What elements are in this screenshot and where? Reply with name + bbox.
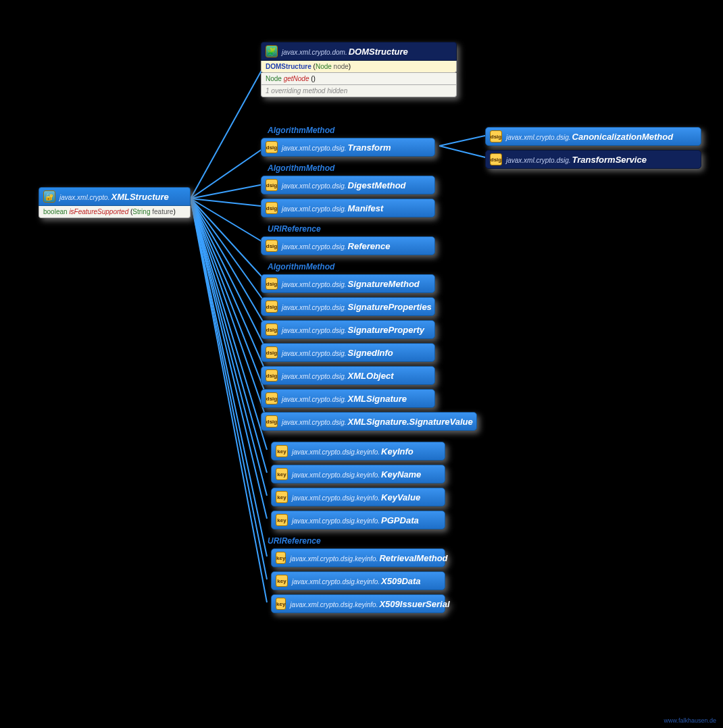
package-icon xyxy=(266,179,278,191)
group-label: URIReference xyxy=(268,224,321,234)
method-isfeaturesupported: boolean isFeatureSupported (String featu… xyxy=(39,206,191,218)
svg-line-4 xyxy=(191,199,267,244)
package-icon xyxy=(490,130,502,142)
svg-line-12 xyxy=(191,199,267,450)
svg-line-6 xyxy=(191,199,267,305)
package-icon xyxy=(490,153,502,165)
svg-line-0 xyxy=(191,61,267,199)
svg-line-5 xyxy=(191,199,267,282)
constructor-row: DOMStructure (Node node) xyxy=(261,61,457,73)
watermark: www.falkhausen.de xyxy=(664,717,716,724)
svg-line-13 xyxy=(191,199,267,473)
package-icon xyxy=(266,415,278,427)
package-icon xyxy=(266,392,278,405)
package-icon xyxy=(266,45,278,57)
class-signedinfo[interactable]: javax.xml.crypto.dsig.SignedInfo xyxy=(261,343,435,362)
svg-line-16 xyxy=(191,199,267,556)
group-label: URIReference xyxy=(268,536,321,546)
class-canonicalizationmethod[interactable]: javax.xml.crypto.dsig.CanonicalizationMe… xyxy=(485,127,701,146)
svg-line-14 xyxy=(191,199,267,496)
package-icon xyxy=(266,202,278,214)
method-getnode: Node getNode () xyxy=(261,73,457,85)
package-icon xyxy=(266,346,278,359)
class-digestmethod[interactable]: javax.xml.crypto.dsig.DigestMethod xyxy=(261,176,435,194)
class-transformservice[interactable]: javax.xml.crypto.dsig.TransformService xyxy=(485,150,701,169)
class-signatureproperty[interactable]: javax.xml.crypto.dsig.SignatureProperty xyxy=(261,320,435,339)
package-icon xyxy=(276,552,286,564)
class-pgpdata[interactable]: javax.xml.crypto.dsig.keyinfo.PGPData xyxy=(271,511,445,529)
class-xmlsignature-signaturevalue[interactable]: javax.xml.crypto.dsig.XMLSignature.Signa… xyxy=(261,412,477,431)
hidden-methods-note: 1 overriding method hidden xyxy=(261,85,457,97)
package-icon xyxy=(276,598,286,610)
package-icon xyxy=(266,323,278,336)
svg-line-9 xyxy=(191,199,267,374)
svg-line-19 xyxy=(439,135,488,146)
class-x509issuerserial[interactable]: javax.xml.crypto.dsig.keyinfo.X509Issuer… xyxy=(271,594,445,613)
class-keyinfo[interactable]: javax.xml.crypto.dsig.keyinfo.KeyInfo xyxy=(271,442,445,461)
class-xmlobject[interactable]: javax.xml.crypto.dsig.XMLObject xyxy=(261,366,435,385)
svg-line-11 xyxy=(191,199,267,420)
package-icon xyxy=(276,575,288,587)
class-keyname[interactable]: javax.xml.crypto.dsig.keyinfo.KeyName xyxy=(271,465,445,484)
package-icon xyxy=(266,278,278,290)
svg-line-2 xyxy=(191,184,267,199)
package-icon xyxy=(43,190,55,203)
group-label: AlgorithmMethod xyxy=(268,163,334,173)
svg-line-7 xyxy=(191,199,267,328)
package-icon xyxy=(266,240,278,252)
group-label: AlgorithmMethod xyxy=(268,262,334,271)
class-retrievalmethod[interactable]: javax.xml.crypto.dsig.keyinfo.RetrievalM… xyxy=(271,548,445,567)
svg-line-18 xyxy=(191,199,267,602)
class-xmlsignature[interactable]: javax.xml.crypto.dsig.XMLSignature xyxy=(261,389,435,408)
class-x509data[interactable]: javax.xml.crypto.dsig.keyinfo.X509Data xyxy=(271,571,445,590)
package-icon xyxy=(276,445,288,457)
svg-line-20 xyxy=(439,146,488,158)
svg-line-10 xyxy=(191,199,267,397)
class-manifest[interactable]: javax.xml.crypto.dsig.Manifest xyxy=(261,199,435,217)
class-signaturemethod[interactable]: javax.xml.crypto.dsig.SignatureMethod xyxy=(261,274,435,293)
class-xmlstructure[interactable]: javax.xml.crypto.XMLStructure boolean is… xyxy=(39,187,191,218)
package-icon xyxy=(276,514,288,526)
group-label: AlgorithmMethod xyxy=(268,126,334,135)
class-keyvalue[interactable]: javax.xml.crypto.dsig.keyinfo.KeyValue xyxy=(271,488,445,506)
class-domstructure[interactable]: javax.xml.crypto.dom.DOMStructure DOMStr… xyxy=(261,42,457,97)
package-icon xyxy=(266,369,278,382)
svg-line-17 xyxy=(191,199,267,579)
svg-line-15 xyxy=(191,199,267,519)
svg-line-3 xyxy=(191,199,267,207)
package-icon xyxy=(266,301,278,313)
class-transform[interactable]: javax.xml.crypto.dsig.Transform xyxy=(261,138,435,157)
package-icon xyxy=(276,468,288,480)
class-reference[interactable]: javax.xml.crypto.dsig.Reference xyxy=(261,236,435,255)
package-icon xyxy=(276,491,288,503)
connector-lines xyxy=(0,0,723,728)
package-icon xyxy=(266,141,278,153)
svg-line-1 xyxy=(191,146,267,199)
svg-line-8 xyxy=(191,199,267,351)
class-signatureproperties[interactable]: javax.xml.crypto.dsig.SignaturePropertie… xyxy=(261,297,435,316)
